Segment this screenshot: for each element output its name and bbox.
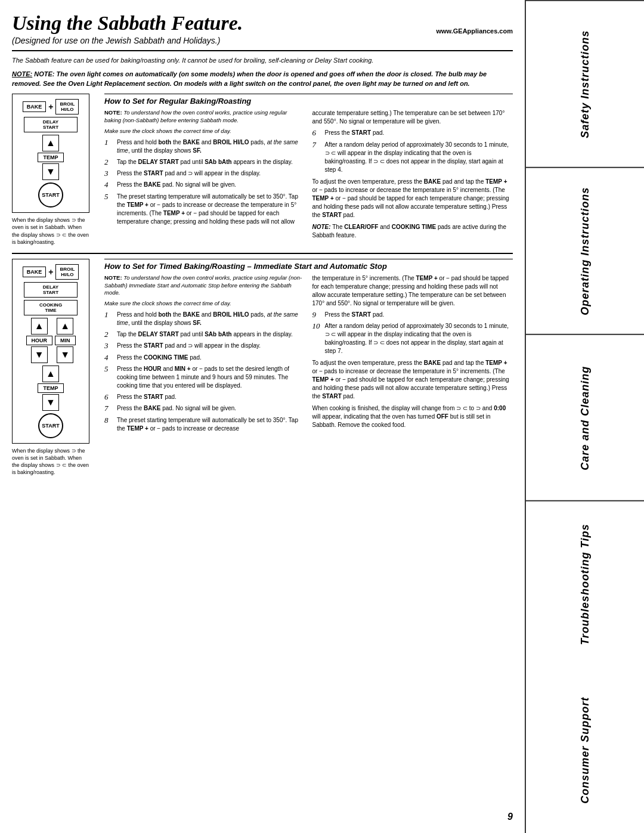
sidebar-care: Care and Cleaning [526,334,644,501]
subtitle: (Designed for use on the Jewish Sabbath … [12,36,513,45]
section1-title: How to Set for Regular Baking/Roasting [104,94,513,106]
cooking-time-pad: COOKINGTIME [24,300,78,315]
s2-step-3: 3 Press the START pad and ⊃ will appear … [104,342,305,350]
s2-step-10: 10 After a random delay period of approx… [312,322,513,355]
s2-step-1: 1 Press and hold both the BAKE and BROIL… [104,311,305,327]
step-5-cont: accurate temperature setting.) The tempe… [312,109,513,126]
bake-pad-2: BAKE [23,267,47,277]
step-1: 1 Press and hold both the BAKE and BROIL… [104,138,305,155]
section2-left-col: NOTE: To understand how the oven control… [104,274,305,436]
step-2: 2 Tap the DELAY START pad until SAb bAth… [104,158,305,166]
section1-diagram-caption: When the display shows ⊃ the oven is set… [12,216,89,246]
main-content: Using the Sabbath Feature. www.GEApplian… [0,0,525,833]
delay-start-pad: DELAYSTART [24,117,78,132]
cooking-done-text: When cooking is finished, the display wi… [312,404,513,429]
hour-label: HOUR [26,336,53,345]
sidebar-operating: Operating Instructions [526,167,644,334]
page-title: Using the Sabbath Feature. [12,12,243,35]
section2-content: How to Set for Timed Baking/Roasting – I… [104,259,513,476]
plus-icon-2: + [48,267,53,277]
hour-up: ▲ [31,318,48,335]
website: www.GEAppliances.com [436,27,513,35]
section1-row: BAKE + BROILHI/LO DELAYSTART ▲ TEMP ▼ ST… [12,94,513,246]
section2-note: NOTE: To understand how the oven control… [104,274,305,297]
section2-diagram: BAKE + BROILHI/LO DELAYSTART COOKINGTIME… [12,259,89,444]
start-pad-2: START [38,413,63,438]
step-7: 7 After a random delay period of approxi… [312,141,513,174]
section2-right-col: the temperature in 5° increments. (The T… [312,274,513,436]
temp-label: TEMP [38,153,63,162]
s2-adjust-temp: To adjust the oven temperature, press th… [312,359,513,401]
sidebar-troubleshooting: Troubleshooting Tips [526,500,644,667]
temp-group: ▲ TEMP ▼ [38,135,63,180]
section2-title: How to Set for Timed Baking/Roasting – I… [104,259,513,271]
sidebar-safety: Safety Instructions [526,0,644,167]
temp-down-pad: ▼ [42,163,59,180]
section1-note: NOTE: To understand how the oven control… [104,109,305,125]
section1-note2: Make sure the clock shows the correct ti… [104,128,305,135]
step-3: 3 Press the START pad and ⊃ will appear … [104,169,305,178]
section2-steps: NOTE: To understand how the oven control… [104,274,513,436]
hour-down: ▼ [31,346,48,363]
broil-pad-2: BROILHI/LO [55,264,79,280]
plus-icon: + [48,102,53,112]
temp-down-2: ▼ [42,394,59,411]
s2-step-2: 2 Tap the DELAY START pad until SAb bAth… [104,330,305,339]
bake-pad: BAKE [23,101,47,112]
step-6: 6 Press the START pad. [312,129,513,137]
start-pad: START [38,182,63,208]
temp-up-pad: ▲ [42,135,59,151]
adjust-temp-text: To adjust the oven temperature, press th… [312,178,513,219]
s2-step-6: 6 Press the START pad. [104,393,305,401]
intro-text: The Sabbath feature can be used for baki… [12,56,513,65]
sidebar: Safety Instructions Operating Instructio… [525,0,644,833]
step-5: 5 The preset starting temperature will a… [104,193,305,226]
page-number: 9 [507,812,513,822]
hour-min-row: ▲ HOUR ▼ ▲ MIN ▼ [26,318,76,363]
section-divider [12,253,513,254]
min-label: MIN [55,336,76,345]
step-4: 4 Press the BAKE pad. No signal will be … [104,181,305,189]
section1-left-col: NOTE: To understand how the oven control… [104,109,305,239]
temp-group-2: ▲ TEMP ▼ [38,366,63,411]
s2-step-4: 4 Press the COOKING TIME pad. [104,354,305,362]
s2-step-8-cont: the temperature in 5° increments. (The T… [312,274,513,308]
section1-diagram: BAKE + BROILHI/LO DELAYSTART ▲ TEMP ▼ ST… [12,94,89,213]
s2-step-8: 8 The preset starting temperature will a… [104,416,305,433]
temp-label-2: TEMP [38,383,63,393]
section1-content: How to Set for Regular Baking/Roasting N… [104,94,513,246]
min-down: ▼ [57,346,73,363]
section1-right-col: accurate temperature setting.) The tempe… [312,109,513,239]
note-text: NOTE: NOTE: The oven light comes on auto… [12,70,513,89]
sidebar-consumer: Consumer Support [526,667,644,833]
s2-step-7: 7 Press the BAKE pad. No signal will be … [104,404,305,413]
note-clear: NOTE: The CLEAR/OFF and COOKING TIME pad… [312,223,513,240]
section1-steps: NOTE: To understand how the oven control… [104,109,513,239]
s2-step-9: 9 Press the START pad. [312,311,513,319]
page-header: Using the Sabbath Feature. www.GEApplian… [12,12,513,51]
section2-row: BAKE + BROILHI/LO DELAYSTART COOKINGTIME… [12,259,513,476]
temp-up-2: ▲ [42,366,59,382]
section1-diagram-area: BAKE + BROILHI/LO DELAYSTART ▲ TEMP ▼ ST… [12,94,104,246]
broil-pad: BROILHI/LO [55,99,79,114]
section2-diagram-area: BAKE + BROILHI/LO DELAYSTART COOKINGTIME… [12,259,104,476]
s2-step-5: 5 Press the HOUR and MIN + or − pads to … [104,365,305,390]
section2-note2: Make sure the clock shows the correct ti… [104,300,305,308]
min-up: ▲ [57,318,73,335]
section2-diagram-caption: When the display shows ⊃ the oven is set… [12,447,89,476]
delay-start-pad-2: DELAYSTART [24,282,78,298]
